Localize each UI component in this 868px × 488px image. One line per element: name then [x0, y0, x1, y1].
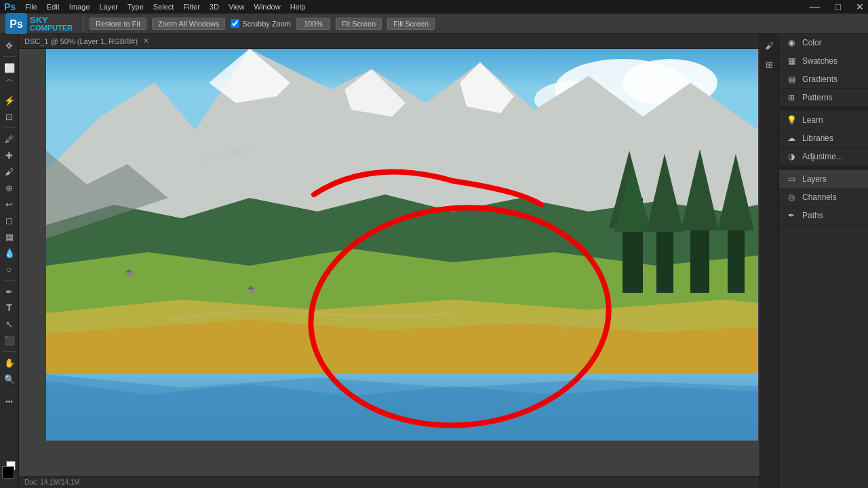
- panel-channels[interactable]: ◎ Channels: [779, 188, 868, 207]
- panel-layers[interactable]: ▭ Layers: [779, 170, 868, 188]
- logo-container: Ps SKY COMPUTER: [5, 13, 73, 35]
- ps-logo-icon: Ps: [5, 13, 27, 35]
- gradients-icon: ▤: [786, 74, 797, 85]
- right-icon-layers[interactable]: ⊞: [762, 57, 777, 72]
- toolbar-separator-2: [3, 127, 16, 128]
- color-label: Color: [802, 38, 822, 47]
- right-panel: 🖌 ⊞ ◉ Color ▦ Swatches ▤ Gradients: [760, 34, 868, 488]
- toolbar-separator-1: [3, 56, 16, 57]
- panel-gradients[interactable]: ▤ Gradients: [779, 70, 868, 89]
- move-tool[interactable]: ✥: [2, 38, 17, 53]
- eyedropper-tool[interactable]: 🖉: [2, 131, 17, 146]
- menu-item-ps[interactable]: Ps: [4, 1, 16, 12]
- path-selection-tool[interactable]: ↖: [2, 317, 17, 331]
- canvas-tab-close[interactable]: ✕: [143, 37, 149, 45]
- history-brush-tool[interactable]: ↩: [2, 197, 17, 211]
- menu-item-layer[interactable]: Layer: [99, 3, 118, 11]
- lasso-tool[interactable]: ⌒: [2, 77, 17, 92]
- eraser-tool[interactable]: ◻: [2, 213, 17, 228]
- panel-paths[interactable]: ✒ Paths: [779, 207, 868, 225]
- patterns-icon: ⊞: [786, 92, 797, 103]
- learn-icon: 💡: [786, 115, 797, 125]
- landscape-image: gettyimages gettyimages: [46, 49, 758, 441]
- libraries-icon: ☁: [786, 133, 797, 144]
- clone-stamp-tool[interactable]: ⊕: [2, 180, 17, 195]
- zoom-value-input[interactable]: [296, 18, 330, 30]
- window-close[interactable]: ✕: [856, 1, 864, 12]
- status-bar: Doc: 14.1M/14.1M: [19, 476, 760, 488]
- right-main-col: ◉ Color ▦ Swatches ▤ Gradients ⊞ Pattern…: [779, 34, 868, 488]
- dodge-tool[interactable]: ○: [2, 262, 17, 277]
- blur-tool[interactable]: 💧: [2, 245, 17, 260]
- panel-adjustments[interactable]: ◑ Adjustme...: [779, 148, 868, 166]
- logo-sky: SKY: [30, 16, 73, 24]
- window-maximize[interactable]: □: [835, 1, 841, 12]
- menu-item-help[interactable]: Help: [290, 3, 306, 11]
- shape-tool[interactable]: ⬛: [2, 333, 17, 348]
- color-icon: ◉: [786, 37, 797, 48]
- panel-patterns[interactable]: ⊞ Patterns: [779, 89, 868, 107]
- gradient-tool[interactable]: ▦: [2, 229, 17, 244]
- marquee-tool[interactable]: ⬜: [2, 60, 17, 75]
- mountain-svg: [46, 49, 758, 441]
- channels-icon: ◎: [786, 192, 797, 203]
- fit-screen-button[interactable]: Fit Screen: [336, 18, 382, 30]
- quick-select-tool[interactable]: ⚡: [2, 93, 17, 108]
- right-icon-col: 🖌 ⊞: [760, 34, 779, 488]
- paths-icon: ✒: [786, 210, 797, 221]
- patterns-label: Patterns: [802, 93, 833, 102]
- scrubby-zoom-checkbox[interactable]: Scrubby Zoom: [231, 19, 291, 28]
- menu-item-edit[interactable]: Edit: [47, 3, 60, 11]
- restore-to-fit-button[interactable]: Restore to Fit: [90, 18, 146, 30]
- menu-item-view[interactable]: View: [229, 3, 245, 11]
- swatches-icon: ▦: [786, 56, 797, 66]
- adjustments-icon: ◑: [786, 151, 797, 162]
- panel-color[interactable]: ◉ Color: [779, 34, 868, 52]
- main-layout: ✥ ⬜ ⌒ ⚡ ⊡ 🖉 ✚ 🖌 ⊕ ↩ ◻ ▦ 💧 ○ ✒ T ↖: [0, 34, 868, 488]
- panel-libraries[interactable]: ☁ Libraries: [779, 129, 868, 148]
- zoom-tool[interactable]: 🔍: [2, 371, 17, 386]
- options-divider-1: [83, 18, 84, 30]
- canvas-tab[interactable]: DSC_1 @ 50% (Layer 1, RGB/8#) ✕: [19, 34, 760, 49]
- panel-learn[interactable]: 💡 Learn: [779, 111, 868, 129]
- status-text: Doc: 14.1M/14.1M: [24, 479, 80, 486]
- menu-item-window[interactable]: Window: [254, 3, 281, 11]
- type-tool[interactable]: T: [2, 300, 17, 315]
- fill-screen-button[interactable]: Fill Screen: [387, 18, 435, 30]
- menu-item-3d[interactable]: 3D: [210, 3, 219, 11]
- color-swatches: [2, 466, 17, 488]
- menu-item-type[interactable]: Type: [127, 3, 144, 11]
- canvas-area: DSC_1 @ 50% (Layer 1, RGB/8#) ✕: [19, 34, 760, 488]
- menu-item-select[interactable]: Select: [153, 3, 174, 11]
- swatches-label: Swatches: [802, 56, 837, 66]
- brush-tool[interactable]: 🖌: [2, 164, 17, 179]
- learn-label: Learn: [802, 115, 823, 125]
- right-icon-brush[interactable]: 🖌: [762, 38, 777, 53]
- libraries-label: Libraries: [802, 134, 833, 143]
- healing-tool[interactable]: ✚: [2, 148, 17, 163]
- right-panel-inner: 🖌 ⊞ ◉ Color ▦ Swatches ▤ Gradients: [760, 34, 868, 488]
- panel-swatches[interactable]: ▦ Swatches: [779, 52, 868, 70]
- more-tools[interactable]: •••: [2, 394, 17, 409]
- photo-canvas[interactable]: gettyimages gettyimages: [46, 49, 758, 441]
- gradients-label: Gradients: [802, 75, 837, 84]
- adjustments-label: Adjustme...: [802, 152, 843, 161]
- svg-rect-29: [250, 289, 255, 293]
- menu-item-image[interactable]: Image: [69, 3, 90, 11]
- svg-rect-27: [127, 272, 133, 277]
- menu-item-file[interactable]: File: [25, 3, 37, 11]
- layers-label: Layers: [802, 174, 827, 184]
- zoom-all-windows-button[interactable]: Zoom All Windows: [152, 18, 225, 30]
- menu-bar: Ps File Edit Image Layer Type Select Fil…: [0, 0, 868, 14]
- menu-item-filter[interactable]: Filter: [183, 3, 199, 11]
- foreground-color-swatch[interactable]: [2, 466, 14, 479]
- paths-label: Paths: [802, 211, 823, 220]
- options-bar: Ps SKY COMPUTER Restore to Fit Zoom All …: [0, 14, 868, 34]
- pen-tool[interactable]: ✒: [2, 284, 17, 299]
- left-toolbar: ✥ ⬜ ⌒ ⚡ ⊡ 🖉 ✚ 🖌 ⊕ ↩ ◻ ▦ 💧 ○ ✒ T ↖: [0, 34, 19, 488]
- crop-tool[interactable]: ⊡: [2, 109, 17, 124]
- toolbar-separator-5: [3, 390, 16, 390]
- window-minimize[interactable]: —: [810, 1, 821, 13]
- logo-computer: COMPUTER: [30, 24, 73, 32]
- hand-tool[interactable]: ✋: [2, 355, 17, 370]
